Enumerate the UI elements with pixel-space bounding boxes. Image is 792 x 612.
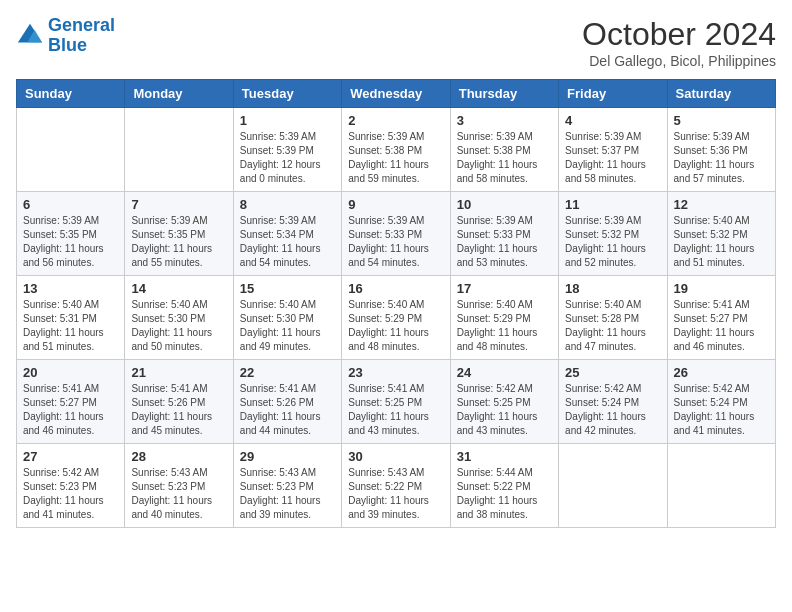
logo-text: General Blue: [48, 16, 115, 56]
calendar-cell: 14Sunrise: 5:40 AM Sunset: 5:30 PM Dayli…: [125, 276, 233, 360]
calendar-cell: 3Sunrise: 5:39 AM Sunset: 5:38 PM Daylig…: [450, 108, 558, 192]
day-number: 24: [457, 365, 552, 380]
calendar-cell: [125, 108, 233, 192]
day-info: Sunrise: 5:39 AM Sunset: 5:33 PM Dayligh…: [457, 214, 552, 270]
header-thursday: Thursday: [450, 80, 558, 108]
day-info: Sunrise: 5:40 AM Sunset: 5:31 PM Dayligh…: [23, 298, 118, 354]
day-number: 12: [674, 197, 769, 212]
calendar-week-row: 13Sunrise: 5:40 AM Sunset: 5:31 PM Dayli…: [17, 276, 776, 360]
month-title: October 2024: [582, 16, 776, 53]
day-info: Sunrise: 5:40 AM Sunset: 5:29 PM Dayligh…: [457, 298, 552, 354]
logo: General Blue: [16, 16, 115, 56]
day-info: Sunrise: 5:39 AM Sunset: 5:35 PM Dayligh…: [23, 214, 118, 270]
day-number: 11: [565, 197, 660, 212]
calendar-cell: 24Sunrise: 5:42 AM Sunset: 5:25 PM Dayli…: [450, 360, 558, 444]
header-row: SundayMondayTuesdayWednesdayThursdayFrid…: [17, 80, 776, 108]
day-number: 6: [23, 197, 118, 212]
calendar-cell: 19Sunrise: 5:41 AM Sunset: 5:27 PM Dayli…: [667, 276, 775, 360]
header-tuesday: Tuesday: [233, 80, 341, 108]
calendar-cell: 26Sunrise: 5:42 AM Sunset: 5:24 PM Dayli…: [667, 360, 775, 444]
day-number: 17: [457, 281, 552, 296]
day-info: Sunrise: 5:39 AM Sunset: 5:35 PM Dayligh…: [131, 214, 226, 270]
day-number: 9: [348, 197, 443, 212]
title-section: October 2024 Del Gallego, Bicol, Philipp…: [582, 16, 776, 69]
day-info: Sunrise: 5:43 AM Sunset: 5:22 PM Dayligh…: [348, 466, 443, 522]
day-number: 14: [131, 281, 226, 296]
day-info: Sunrise: 5:40 AM Sunset: 5:29 PM Dayligh…: [348, 298, 443, 354]
day-info: Sunrise: 5:40 AM Sunset: 5:30 PM Dayligh…: [240, 298, 335, 354]
day-info: Sunrise: 5:41 AM Sunset: 5:26 PM Dayligh…: [131, 382, 226, 438]
day-number: 31: [457, 449, 552, 464]
day-info: Sunrise: 5:39 AM Sunset: 5:38 PM Dayligh…: [457, 130, 552, 186]
day-number: 10: [457, 197, 552, 212]
calendar-cell: 10Sunrise: 5:39 AM Sunset: 5:33 PM Dayli…: [450, 192, 558, 276]
calendar-cell: 7Sunrise: 5:39 AM Sunset: 5:35 PM Daylig…: [125, 192, 233, 276]
calendar-cell: 31Sunrise: 5:44 AM Sunset: 5:22 PM Dayli…: [450, 444, 558, 528]
day-number: 27: [23, 449, 118, 464]
header-sunday: Sunday: [17, 80, 125, 108]
day-info: Sunrise: 5:39 AM Sunset: 5:33 PM Dayligh…: [348, 214, 443, 270]
day-info: Sunrise: 5:42 AM Sunset: 5:25 PM Dayligh…: [457, 382, 552, 438]
day-info: Sunrise: 5:41 AM Sunset: 5:26 PM Dayligh…: [240, 382, 335, 438]
day-number: 7: [131, 197, 226, 212]
day-info: Sunrise: 5:40 AM Sunset: 5:28 PM Dayligh…: [565, 298, 660, 354]
header-wednesday: Wednesday: [342, 80, 450, 108]
calendar-cell: 17Sunrise: 5:40 AM Sunset: 5:29 PM Dayli…: [450, 276, 558, 360]
day-info: Sunrise: 5:39 AM Sunset: 5:39 PM Dayligh…: [240, 130, 335, 186]
calendar-cell: 27Sunrise: 5:42 AM Sunset: 5:23 PM Dayli…: [17, 444, 125, 528]
day-number: 2: [348, 113, 443, 128]
calendar-header: SundayMondayTuesdayWednesdayThursdayFrid…: [17, 80, 776, 108]
header-friday: Friday: [559, 80, 667, 108]
header-monday: Monday: [125, 80, 233, 108]
calendar-cell: 16Sunrise: 5:40 AM Sunset: 5:29 PM Dayli…: [342, 276, 450, 360]
day-number: 1: [240, 113, 335, 128]
calendar-cell: [559, 444, 667, 528]
day-info: Sunrise: 5:39 AM Sunset: 5:38 PM Dayligh…: [348, 130, 443, 186]
calendar-week-row: 1Sunrise: 5:39 AM Sunset: 5:39 PM Daylig…: [17, 108, 776, 192]
calendar-week-row: 27Sunrise: 5:42 AM Sunset: 5:23 PM Dayli…: [17, 444, 776, 528]
calendar-cell: 4Sunrise: 5:39 AM Sunset: 5:37 PM Daylig…: [559, 108, 667, 192]
day-number: 29: [240, 449, 335, 464]
day-info: Sunrise: 5:44 AM Sunset: 5:22 PM Dayligh…: [457, 466, 552, 522]
day-number: 13: [23, 281, 118, 296]
calendar-cell: 30Sunrise: 5:43 AM Sunset: 5:22 PM Dayli…: [342, 444, 450, 528]
day-number: 8: [240, 197, 335, 212]
day-number: 23: [348, 365, 443, 380]
day-number: 16: [348, 281, 443, 296]
calendar-cell: 20Sunrise: 5:41 AM Sunset: 5:27 PM Dayli…: [17, 360, 125, 444]
calendar-cell: [667, 444, 775, 528]
day-number: 5: [674, 113, 769, 128]
page-header: General Blue October 2024 Del Gallego, B…: [16, 16, 776, 69]
day-number: 25: [565, 365, 660, 380]
calendar-cell: 5Sunrise: 5:39 AM Sunset: 5:36 PM Daylig…: [667, 108, 775, 192]
day-info: Sunrise: 5:39 AM Sunset: 5:36 PM Dayligh…: [674, 130, 769, 186]
day-info: Sunrise: 5:39 AM Sunset: 5:32 PM Dayligh…: [565, 214, 660, 270]
logo-line2: Blue: [48, 35, 87, 55]
day-info: Sunrise: 5:41 AM Sunset: 5:27 PM Dayligh…: [674, 298, 769, 354]
calendar-cell: [17, 108, 125, 192]
day-number: 19: [674, 281, 769, 296]
day-info: Sunrise: 5:43 AM Sunset: 5:23 PM Dayligh…: [240, 466, 335, 522]
calendar-cell: 1Sunrise: 5:39 AM Sunset: 5:39 PM Daylig…: [233, 108, 341, 192]
day-number: 4: [565, 113, 660, 128]
calendar-cell: 25Sunrise: 5:42 AM Sunset: 5:24 PM Dayli…: [559, 360, 667, 444]
logo-icon: [16, 22, 44, 50]
day-info: Sunrise: 5:42 AM Sunset: 5:24 PM Dayligh…: [674, 382, 769, 438]
calendar-cell: 22Sunrise: 5:41 AM Sunset: 5:26 PM Dayli…: [233, 360, 341, 444]
calendar-cell: 21Sunrise: 5:41 AM Sunset: 5:26 PM Dayli…: [125, 360, 233, 444]
day-number: 18: [565, 281, 660, 296]
calendar-cell: 9Sunrise: 5:39 AM Sunset: 5:33 PM Daylig…: [342, 192, 450, 276]
day-info: Sunrise: 5:39 AM Sunset: 5:34 PM Dayligh…: [240, 214, 335, 270]
calendar-cell: 11Sunrise: 5:39 AM Sunset: 5:32 PM Dayli…: [559, 192, 667, 276]
calendar: SundayMondayTuesdayWednesdayThursdayFrid…: [16, 79, 776, 528]
calendar-cell: 18Sunrise: 5:40 AM Sunset: 5:28 PM Dayli…: [559, 276, 667, 360]
day-info: Sunrise: 5:41 AM Sunset: 5:25 PM Dayligh…: [348, 382, 443, 438]
day-number: 30: [348, 449, 443, 464]
calendar-cell: 2Sunrise: 5:39 AM Sunset: 5:38 PM Daylig…: [342, 108, 450, 192]
calendar-cell: 23Sunrise: 5:41 AM Sunset: 5:25 PM Dayli…: [342, 360, 450, 444]
calendar-cell: 8Sunrise: 5:39 AM Sunset: 5:34 PM Daylig…: [233, 192, 341, 276]
calendar-body: 1Sunrise: 5:39 AM Sunset: 5:39 PM Daylig…: [17, 108, 776, 528]
day-info: Sunrise: 5:43 AM Sunset: 5:23 PM Dayligh…: [131, 466, 226, 522]
day-info: Sunrise: 5:39 AM Sunset: 5:37 PM Dayligh…: [565, 130, 660, 186]
day-number: 21: [131, 365, 226, 380]
